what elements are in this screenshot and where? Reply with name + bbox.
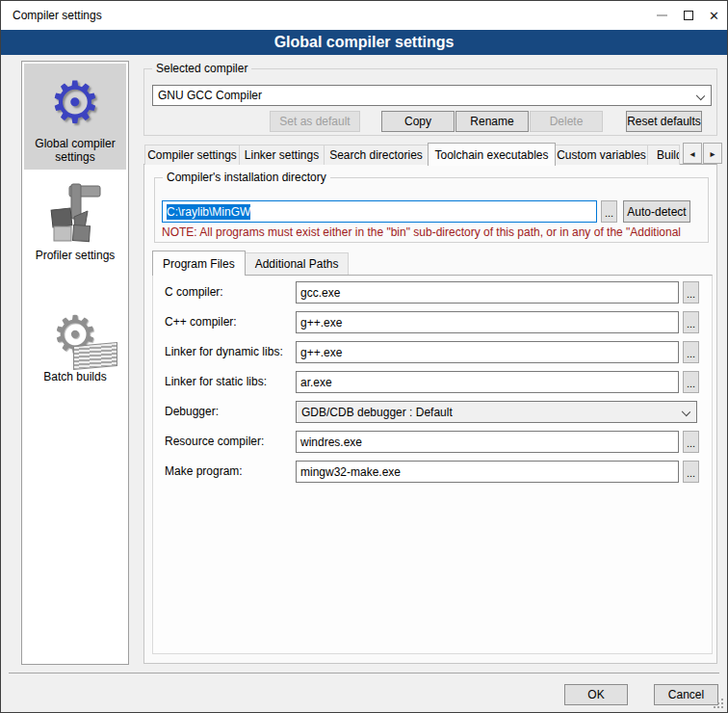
form-row-c-compiler: C compiler: gcc.exe ... (153, 281, 712, 304)
caliper-icon (25, 179, 125, 249)
program-files-tab-bar: Program Files Additional Paths (152, 250, 348, 275)
make-program-browse-button[interactable]: ... (683, 461, 699, 483)
linker-static-input[interactable]: ar.exe (296, 371, 679, 393)
copy-button[interactable]: Copy (381, 111, 455, 132)
tab-toolchain-executables[interactable]: Toolchain executables (428, 143, 556, 166)
form-row-debugger: Debugger: GDB/CDB debugger : Default (153, 401, 712, 423)
settings-tab-bar: Compiler settings Linker settings Search… (144, 142, 679, 165)
installation-directory-value: C:\raylib\MinGW (167, 204, 250, 220)
tab-scroll-left-button[interactable]: ◂ (683, 143, 702, 164)
field-label: C++ compiler: (165, 315, 237, 329)
form-row-linker-static: Linker for static libs: ar.exe ... (153, 371, 712, 393)
field-label: Resource compiler: (165, 435, 264, 448)
rename-button[interactable]: Rename (455, 111, 529, 132)
selected-compiler-group: Selected compiler GNU GCC Compiler Set a… (143, 68, 717, 136)
linker-dynamic-browse-button[interactable]: ... (683, 341, 699, 363)
c-compiler-input[interactable]: gcc.exe (296, 281, 679, 304)
compiler-select-dropdown[interactable]: GNU GCC Compiler (152, 85, 712, 106)
ok-button[interactable]: OK (564, 684, 628, 705)
form-row-make-program: Make program: mingw32-make.exe ... (153, 461, 712, 483)
settings-category-list: ⚙ Global compiler settings Profiler sett… (21, 61, 129, 665)
toolchain-executables-page: Compiler's installation directory C:\ray… (143, 164, 717, 664)
chevron-down-icon (682, 408, 690, 416)
chevron-down-icon (696, 92, 705, 100)
tab-linker-settings[interactable]: Linker settings (239, 145, 325, 165)
title-bar: Compiler settings ✕ (1, 1, 727, 30)
bin-subdirectory-note: NOTE: All programs must exist either in … (162, 225, 718, 239)
sidebar-item-label: Profiler settings (25, 249, 125, 262)
cancel-button[interactable]: Cancel (654, 684, 718, 705)
minimize-button[interactable] (649, 1, 675, 30)
browse-directory-button[interactable]: ... (601, 200, 617, 223)
close-icon: ✕ (709, 10, 719, 22)
sidebar-item-label: Batch builds (25, 370, 125, 383)
resource-compiler-browse-button[interactable]: ... (683, 431, 699, 453)
compiler-settings-dialog: Compiler settings ✕ Global compiler sett… (0, 0, 728, 713)
arrow-right-icon: ▸ (710, 148, 715, 159)
sidebar-item-batch-builds[interactable]: ⚙ Batch builds (24, 297, 126, 389)
compiler-select-value: GNU GCC Compiler (158, 89, 262, 102)
tab-program-files[interactable]: Program Files (152, 251, 246, 276)
tab-custom-variables[interactable]: Custom variables (555, 145, 648, 165)
field-label: Linker for static libs: (165, 375, 267, 388)
gear-stack-icon: ⚙ (25, 301, 125, 370)
installation-directory-group-label: Compiler's installation directory (163, 171, 330, 184)
c-compiler-browse-button[interactable]: ... (683, 281, 699, 304)
installation-directory-input[interactable]: C:\raylib\MinGW (162, 200, 597, 223)
maximize-button[interactable] (675, 1, 701, 30)
sidebar-item-profiler-settings[interactable]: Profiler settings (24, 175, 126, 268)
tab-scroll-right-button[interactable]: ▸ (703, 143, 722, 164)
program-files-page: C compiler: gcc.exe ... C++ compiler: g+… (152, 275, 713, 654)
field-label: Make program: (165, 464, 243, 478)
form-row-linker-dynamic: Linker for dynamic libs: g++.exe ... (153, 341, 712, 363)
field-label: Linker for dynamic libs: (165, 345, 283, 358)
minimize-icon (657, 14, 667, 16)
reset-defaults-button[interactable]: Reset defaults (626, 111, 702, 132)
caption-buttons: ✕ (649, 1, 727, 30)
form-row-cpp-compiler: C++ compiler: g++.exe ... (153, 311, 712, 333)
footer-divider (9, 673, 719, 673)
sidebar-item-label: Global compiler settings (25, 137, 125, 164)
tab-compiler-settings[interactable]: Compiler settings (144, 145, 240, 165)
selected-compiler-group-label: Selected compiler (152, 62, 251, 75)
debugger-value: GDB/CDB debugger : Default (301, 406, 453, 419)
tab-search-directories[interactable]: Search directories (324, 145, 429, 165)
resize-grip[interactable] (721, 706, 723, 708)
set-as-default-button[interactable]: Set as default (270, 111, 360, 132)
cpp-compiler-input[interactable]: g++.exe (296, 311, 679, 333)
field-label: C compiler: (165, 285, 223, 299)
close-button[interactable]: ✕ (701, 1, 727, 30)
linker-dynamic-input[interactable]: g++.exe (296, 341, 679, 363)
gear-blue-icon: ⚙ (25, 67, 125, 137)
auto-detect-button[interactable]: Auto-detect (623, 200, 690, 223)
field-label: Debugger: (165, 405, 219, 418)
make-program-input[interactable]: mingw32-make.exe (296, 461, 679, 483)
form-row-resource-compiler: Resource compiler: windres.exe ... (153, 431, 712, 453)
resource-compiler-input[interactable]: windres.exe (296, 431, 679, 453)
arrow-left-icon: ◂ (689, 148, 694, 159)
page-title: Global compiler settings (1, 30, 727, 55)
sidebar-item-global-compiler-settings[interactable]: ⚙ Global compiler settings (24, 64, 126, 170)
tab-additional-paths[interactable]: Additional Paths (245, 252, 350, 275)
linker-static-browse-button[interactable]: ... (683, 371, 699, 393)
maximize-icon (684, 11, 693, 20)
window-title: Compiler settings (1, 9, 102, 22)
delete-button[interactable]: Delete (530, 111, 603, 132)
cpp-compiler-browse-button[interactable]: ... (683, 311, 699, 333)
tab-build-options[interactable]: Build options (647, 145, 680, 165)
debugger-dropdown[interactable]: GDB/CDB debugger : Default (296, 401, 697, 423)
